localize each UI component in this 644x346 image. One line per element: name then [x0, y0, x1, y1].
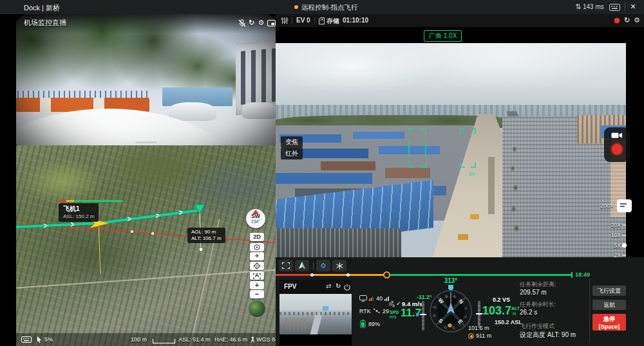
gear-icon[interactable]: ⚙ [634, 16, 640, 24]
return-home-button[interactable]: 返航 [592, 300, 626, 310]
estop-line1: 急停 [592, 315, 626, 323]
waypoint-icon [320, 262, 327, 269]
flight-settings-button[interactable]: 飞行设置 [592, 286, 626, 296]
navigation-icon [298, 262, 306, 269]
latency-value: 143 ms [583, 3, 604, 10]
titlebar-divider [625, 3, 625, 11]
snowflake-button[interactable] [332, 260, 346, 271]
timeline-segment-remaining[interactable] [386, 274, 572, 276]
target-agl: AGL: 90 m [191, 229, 222, 235]
keyboard-icon[interactable] [609, 4, 620, 11]
record-button[interactable] [611, 143, 623, 156]
waypoint-button[interactable] [316, 260, 330, 271]
altitude-value: 103.7 [482, 304, 511, 318]
mission-distance-value: 209.57 m [520, 289, 547, 296]
speed-label: SPD [390, 310, 399, 314]
lens-mode-chip[interactable]: 广角 1.0X [424, 30, 462, 42]
refresh-icon[interactable]: ↻ [336, 282, 341, 289]
fpv-video-feed [279, 294, 352, 334]
map-layers-globe-button[interactable] [248, 300, 266, 318]
signal-bars-orange [369, 296, 374, 301]
map-recenter-button[interactable] [250, 243, 264, 251]
switch-camera-icon[interactable]: ⇄ [326, 282, 331, 289]
map-3d-panel[interactable]: 飞机1 ASL: 150.2 m AGL: 90 m ALT: 106.7 m … [16, 145, 276, 346]
zoom-tick-5x[interactable]: 5X [596, 242, 621, 249]
snowflake-icon [336, 262, 343, 269]
dji-dock-console: Dock | 新桥 远程控制-指点飞行 ⇅ 143 ms × [0, 0, 644, 346]
recording-indicator [614, 18, 620, 23]
zoom-tick-10x[interactable]: 10X [596, 232, 621, 239]
vertical-speed: 0.2 VS [493, 296, 510, 303]
compass-north-needle [252, 210, 259, 214]
map-zoom-in-button[interactable]: + [250, 281, 264, 289]
map-compass[interactable]: SW 234° [246, 209, 265, 228]
zoom-tick-2x[interactable]: 2X [596, 252, 621, 257]
map-zoom-out-button[interactable]: − [250, 290, 264, 298]
airplane-icon: ✈ [254, 253, 260, 259]
gimbal-pitch-marker [420, 314, 426, 315]
zoom-tick-20x[interactable]: 20X [596, 222, 621, 228]
storage-icon [319, 17, 325, 24]
refresh-icon[interactable]: ↻ [247, 19, 256, 27]
scrub-bar[interactable] [135, 141, 157, 143]
grid-overlay-button[interactable] [279, 260, 293, 271]
gimbal-pitch-pointer [416, 313, 419, 316]
fpv-header: FPV ⇄ ↻ [279, 280, 352, 294]
timeline-position-marker[interactable] [383, 271, 390, 278]
navigation-button[interactable] [295, 260, 309, 271]
attitude-compass[interactable]: N E S W 3 6 12 15 21 24 30 33 [428, 284, 473, 333]
gimbal-pitch-slider[interactable] [422, 301, 424, 331]
battery-percent: 89% [368, 321, 380, 327]
dock-monitor-panel[interactable]: 机场监控直播 ↻ ⚙ [16, 14, 276, 145]
map-hae: HAE: 46.6 m [214, 336, 247, 343]
zoom-lens-button[interactable]: 变焦 [281, 136, 303, 148]
map-aircraft-button[interactable]: ✈ [250, 252, 264, 260]
gear-icon[interactable]: ⚙ [257, 19, 265, 27]
speed-unit: m/s [390, 314, 396, 319]
latency-icon: ⇅ [575, 3, 581, 11]
rtk-satellites: 29 [383, 308, 389, 314]
zoom-max-label: 200X [600, 203, 614, 209]
keyboard-icon[interactable] [21, 336, 32, 343]
timeline-segment-done[interactable] [276, 274, 312, 276]
map-2d-toggle[interactable]: 2D [250, 233, 264, 241]
map-auto-frame-button[interactable]: A [250, 271, 264, 280]
map-datum: WGS 84 [256, 336, 276, 343]
compass-direction: SW [246, 214, 265, 219]
altitude-label: ALT [511, 306, 520, 311]
main-camera-panel[interactable]: 5X 广角 1.0X 变焦 红外 200X 20X 10X 5X [276, 27, 644, 257]
map-scale-label: 100 m [131, 336, 147, 343]
mission-distance-label: 任务剩余距离: [520, 280, 556, 289]
emergency-stop-button[interactable]: 急停 [Space] [592, 314, 626, 331]
aerial-video-feed[interactable]: 5X [276, 43, 626, 257]
zoom-tick-mark [623, 255, 626, 256]
heading-value: 313° [428, 277, 473, 284]
fpv-panel[interactable]: FPV ⇄ ↻ [279, 280, 352, 345]
camera-settings-icon[interactable] [281, 17, 289, 24]
mic-off-icon[interactable] [238, 19, 246, 27]
aircraft-asl: ASL: 150.2 m [63, 214, 94, 220]
timeline-dot [310, 273, 314, 277]
aircraft-label-chip[interactable]: 飞机1 ASL: 150.2 m [59, 203, 99, 222]
power-icon[interactable] [344, 284, 350, 290]
grid-overlay-icon [283, 263, 290, 269]
message-bubble-icon[interactable] [617, 199, 632, 212]
wind-check: ✓ [396, 300, 401, 307]
mission-mode-value: 设定高度 ALT: 90 m [520, 331, 576, 340]
ev-value[interactable]: EV 0 [296, 17, 310, 24]
map-scale-bar [153, 339, 175, 343]
map-locate-button[interactable] [250, 262, 264, 270]
title-bar: Dock | 新桥 远程控制-指点飞行 ⇅ 143 ms × [0, 0, 644, 15]
telemetry-panel: 18:49 FPV ⇄ ↻ [276, 257, 644, 346]
datum-icon [251, 336, 255, 343]
close-button[interactable]: × [630, 1, 636, 12]
refresh-icon[interactable]: ↻ [624, 16, 630, 24]
fpv-title: FPV [284, 283, 296, 290]
storage-label: 存储 [327, 17, 339, 26]
ir-lens-button[interactable]: 红外 [281, 148, 303, 159]
video-camera-icon[interactable] [611, 132, 623, 139]
pip-icon[interactable] [267, 20, 276, 28]
target-alt: ALT: 106.7 m [191, 235, 222, 242]
zoom-current-dot[interactable] [622, 243, 627, 248]
signal-bars-white [384, 296, 390, 301]
